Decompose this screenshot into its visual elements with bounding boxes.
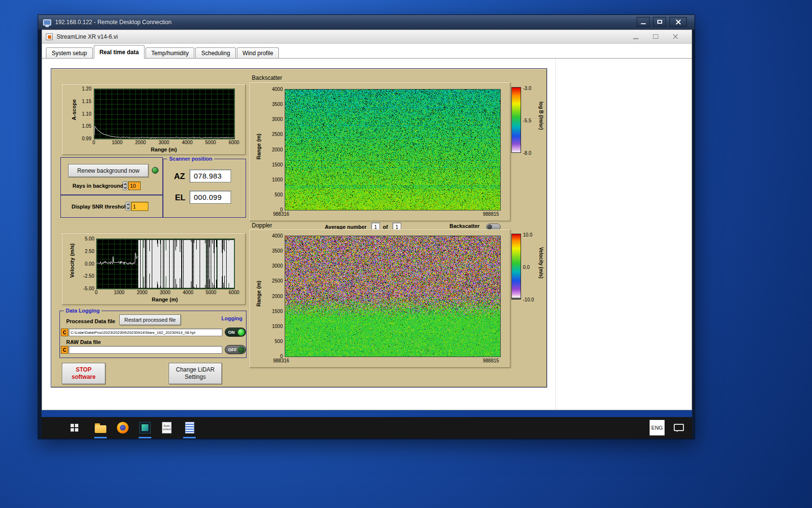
language-indicator[interactable]: ENG [650,420,665,435]
stop-label-line1: STOP [72,366,95,374]
app-title: StreamLine XR v14-6.vi [57,33,118,40]
vi-icon [46,33,53,40]
tick-label: 1000 [262,323,283,329]
stop-label-line2: software [72,374,95,381]
minimize-button[interactable] [637,17,650,27]
tab-temp-humidity[interactable]: Temp/humidity [145,47,194,59]
backscatter-x-end-label: 988815 [483,211,499,217]
average-value: 1 [374,224,377,230]
backscatter-toggle-label: Backscatter [450,223,479,229]
snr-value-field[interactable]: 1 [131,202,148,211]
tab-system-setup[interactable]: System setup [46,47,93,59]
on-label: ON [225,330,238,335]
tick-label: 2000 [135,140,146,145]
az-display: 078.983 [189,169,231,182]
ascope-group: A-scope Range (m) 1.201.151.101.050.9901… [62,84,246,155]
tick-label: 0.99 [72,136,91,141]
rays-value-field[interactable]: 10 [128,181,141,190]
desktop: 192.168.0.122 - Remote Desktop Connectio… [0,0,812,508]
processed-path-field[interactable]: C:\Lidar\Data\Proc\2023\202309\20230914\… [69,329,222,336]
rdp-titlebar[interactable]: 192.168.0.122 - Remote Desktop Connectio… [38,15,695,30]
taskbar: Scan sched ENG [42,417,692,438]
raw-data-file-label: RAW Data file [66,339,101,345]
processed-path-text: C:\Lidar\Data\Proc\2023\202309\20230914\… [71,330,195,335]
panel-edge-divider [555,59,556,410]
firefox-button[interactable] [115,420,130,435]
tab-real-time-data[interactable]: Real time data [94,45,145,59]
scanner-position-box: Scanner position AZ 078.983 EL 000.099 [163,159,246,218]
taskbar-active-indicator [139,437,151,438]
tick-label: 1000 [112,140,122,145]
snr-value: 1 [133,204,136,209]
renew-background-label: Renew background now [77,167,140,174]
tick-label: 1.15 [72,98,91,104]
tick-label: 3500 [262,102,283,107]
tick-label: 3500 [262,248,283,254]
rays-spinner[interactable] [123,181,127,190]
app-titlebar[interactable]: StreamLine XR v14-6.vi [42,30,692,44]
raw-path-field[interactable] [69,346,222,354]
backscatter-colorbar-label: log B (/m/sr) [538,102,544,130]
doppler-group: Range (m) 988316 988815 4000350030002500… [249,229,510,368]
tick-label: -5.00 [74,286,94,291]
tick-label: 1500 [262,162,283,167]
raw-drive-letter-badge[interactable]: C [61,346,68,354]
drive-letter: C [63,347,66,353]
backscatter-y-axis-label: Range (m) [256,134,261,160]
logging-on-switch[interactable]: ON [225,328,246,337]
tick-label: -8.0 [523,150,539,156]
file-explorer-button[interactable] [93,420,108,435]
image-app-button[interactable] [137,420,153,435]
background-led [152,167,159,174]
tick-label: 1000 [262,177,283,182]
tick-label: 0.00 [74,261,94,266]
maximize-button[interactable] [653,17,666,27]
el-label: EL [175,193,186,203]
change-lidar-settings-button[interactable]: Change LiDARSettings [169,363,222,384]
tick-label: 0.0 [523,265,539,270]
rdp-title: 192.168.0.122 - Remote Desktop Connectio… [55,19,172,26]
client-area: A-scope Range (m) 1.201.151.101.050.9901… [42,59,692,410]
tab-wind-profile[interactable]: Wind profile [237,47,279,59]
tick-label: 1.20 [72,86,91,91]
close-icon [675,19,682,25]
tab-label: System setup [52,50,87,57]
doppler-title: Doppler [252,222,272,229]
folder-icon [95,425,106,433]
list-app-button[interactable] [182,420,197,435]
velocity-group: Velocity (m/s) Range (m) 5.002.500.00-2.… [62,233,246,305]
tick-label: 4000 [262,233,283,239]
app-close-icon[interactable] [673,34,678,39]
switch-knob [238,346,245,353]
tick-label: 4000 [262,87,283,92]
doppler-x-end-label: 988815 [483,358,499,363]
tick-label: 0 [262,207,283,212]
scanner-position-legend: Scanner position [167,156,214,162]
scan-sched-button[interactable]: Scan sched [159,420,174,435]
chat-icon[interactable] [674,424,684,431]
scan-sched-text: sched [163,428,171,431]
start-button[interactable] [67,420,82,435]
close-button[interactable] [669,17,687,27]
tab-scheduling[interactable]: Scheduling [195,47,235,59]
stop-software-button[interactable]: STOPsoftware [62,363,105,384]
background-cluster: Renew background now Rays in background … [60,157,163,195]
restart-processed-file-button[interactable]: Restart processed file [119,314,181,325]
change-label-line2: Settings [176,374,215,381]
tick-label: 3000 [262,263,283,269]
snr-spinner[interactable] [126,202,130,210]
app-maximize-icon[interactable] [653,34,658,39]
backscatter-group: Range (m) 988316 988815 4000350030002500… [249,82,510,221]
snr-cluster: Display SNR threshold 1 [60,195,163,218]
velocity-plot [96,239,235,289]
tick-label: 3000 [160,290,170,295]
drive-letter-badge[interactable]: C [61,329,68,336]
logging-off-switch[interactable]: OFF [225,345,246,354]
tab-strip: System setup Real time data Temp/humidit… [42,44,692,59]
tick-label: -10.0 [523,297,539,302]
tick-label: 4000 [182,140,192,145]
app-minimize-icon[interactable] [633,38,638,39]
renew-background-button[interactable]: Renew background now [68,164,148,177]
tick-label: 1000 [114,290,124,295]
tick-label: 0 [262,354,283,359]
